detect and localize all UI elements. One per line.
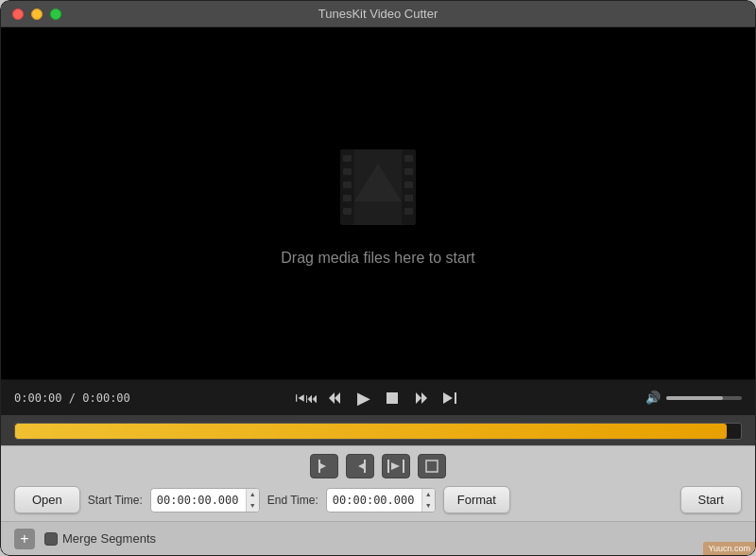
- time-controls-row: Open Start Time: ▲ ▼ End Time: ▲ ▼ Forma…: [14, 486, 742, 513]
- window-title: TunesKit Video Cutter: [318, 7, 438, 21]
- start-button[interactable]: Start: [680, 486, 742, 513]
- step-back-button[interactable]: ⏮: [296, 387, 318, 409]
- stop-icon: [387, 392, 398, 404]
- plus-icon: +: [20, 531, 28, 547]
- svg-rect-22: [455, 392, 456, 404]
- svg-marker-20: [416, 392, 421, 404]
- step-back-icon: [296, 391, 305, 405]
- drag-hint-text: Drag media files here to start: [281, 250, 474, 267]
- playback-bar: 0:00:00 / 0:00:00 ⏮ ▶: [1, 379, 755, 415]
- svg-rect-7: [343, 208, 352, 215]
- mark-in-icon: [318, 459, 331, 474]
- start-time-input-group: ▲ ▼: [150, 488, 260, 513]
- start-time-up[interactable]: ▲: [247, 489, 259, 500]
- volume-icon: 🔊: [645, 391, 661, 405]
- watermark: Yuucn.com: [703, 542, 755, 555]
- timeline-track[interactable]: [14, 423, 742, 440]
- play-selection-button[interactable]: [382, 454, 410, 478]
- svg-rect-12: [404, 208, 413, 215]
- close-button[interactable]: [12, 9, 24, 20]
- cut-button[interactable]: [418, 454, 446, 478]
- svg-marker-18: [329, 392, 335, 404]
- step-fwd-icon: [441, 391, 456, 405]
- traffic-lights: [12, 9, 61, 20]
- start-time-stepper: ▲ ▼: [246, 489, 259, 512]
- end-time-stepper: ▲ ▼: [421, 489, 435, 512]
- svg-rect-24: [318, 460, 320, 473]
- format-button[interactable]: Format: [443, 486, 510, 513]
- end-time-input-group: ▲ ▼: [326, 488, 436, 513]
- svg-marker-27: [358, 463, 364, 469]
- playback-controls: ⏮ ▶: [137, 387, 619, 409]
- play-selection-icon: [387, 459, 404, 474]
- svg-rect-5: [343, 182, 352, 188]
- svg-marker-30: [391, 462, 400, 470]
- svg-rect-26: [364, 460, 366, 473]
- title-bar: TunesKit Video Cutter: [1, 1, 755, 27]
- end-time-label: End Time:: [267, 494, 318, 507]
- svg-marker-25: [320, 463, 326, 469]
- end-time-up[interactable]: ▲: [422, 489, 435, 500]
- merge-checkbox[interactable]: [44, 532, 58, 546]
- svg-rect-3: [343, 155, 352, 162]
- end-time-down[interactable]: ▼: [422, 500, 435, 512]
- stop-button[interactable]: [381, 387, 404, 409]
- svg-rect-9: [404, 168, 413, 175]
- svg-marker-17: [335, 392, 340, 404]
- mark-in-button[interactable]: [310, 454, 338, 478]
- add-segment-button[interactable]: +: [14, 529, 35, 549]
- main-window: TunesKit Video Cutter Drag media files h…: [0, 0, 756, 556]
- svg-rect-6: [343, 195, 352, 201]
- cut-icon: [425, 460, 438, 473]
- mark-out-button[interactable]: [346, 454, 374, 478]
- play-button[interactable]: ▶: [352, 387, 375, 409]
- video-preview-area[interactable]: Drag media files here to start: [1, 27, 755, 379]
- svg-rect-31: [426, 460, 438, 472]
- open-button[interactable]: Open: [14, 486, 80, 513]
- maximize-button[interactable]: [50, 9, 61, 20]
- timeline-fill: [15, 424, 727, 439]
- start-time-down[interactable]: ▼: [247, 500, 259, 512]
- svg-marker-23: [443, 392, 453, 404]
- mark-out-icon: [353, 459, 367, 474]
- svg-rect-4: [343, 168, 352, 175]
- merge-row: + Merge Segments Yuucn.com: [1, 521, 755, 555]
- frame-fwd-icon: [414, 391, 427, 405]
- svg-rect-29: [403, 460, 404, 473]
- volume-area: 🔊: [619, 391, 742, 405]
- merge-label: Merge Segments: [62, 531, 156, 546]
- frame-fwd-button[interactable]: [409, 387, 432, 409]
- step-fwd-button[interactable]: [438, 387, 460, 409]
- merge-segments-control[interactable]: Merge Segments: [44, 531, 156, 546]
- frame-back-icon: [329, 391, 342, 405]
- start-time-label: Start Time:: [88, 494, 143, 507]
- frame-back-button[interactable]: [324, 387, 347, 409]
- svg-rect-19: [387, 392, 398, 404]
- svg-rect-28: [387, 460, 389, 473]
- minimize-button[interactable]: [31, 9, 43, 20]
- bottom-controls: Open Start Time: ▲ ▼ End Time: ▲ ▼ Forma…: [1, 445, 755, 521]
- film-icon: [331, 140, 425, 235]
- time-display: 0:00:00 / 0:00:00: [14, 391, 137, 405]
- svg-rect-11: [404, 195, 413, 201]
- cut-controls-row: [14, 454, 742, 478]
- volume-slider[interactable]: [666, 396, 742, 400]
- volume-fill: [666, 396, 723, 400]
- svg-rect-10: [404, 182, 413, 188]
- timeline-area: [1, 415, 755, 445]
- svg-rect-8: [404, 155, 413, 162]
- start-time-input[interactable]: [151, 492, 246, 509]
- svg-marker-21: [421, 392, 427, 404]
- end-time-input[interactable]: [327, 492, 421, 509]
